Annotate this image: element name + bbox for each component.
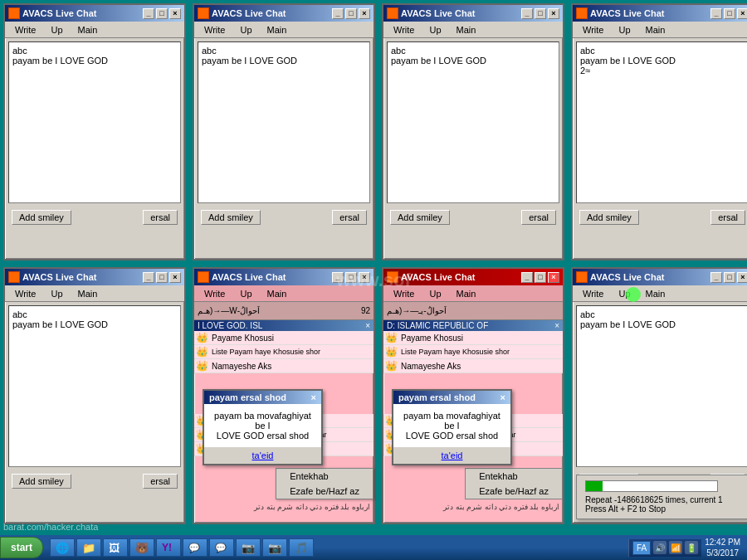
menu-up-3[interactable]: Up [426, 23, 444, 37]
taskbar-yahoo[interactable]: Y! [156, 538, 181, 557]
progress-stop-8: Press Alt + F2 to Stop [585, 504, 740, 514]
list-item-payame-6[interactable]: 👑 Payame Khosusi [194, 331, 374, 345]
list-item-liste-6[interactable]: 👑 Liste Payam haye Khosusie shor [194, 345, 374, 359]
taskbar-folder[interactable]: 📁 [76, 538, 101, 557]
restore-btn-2[interactable]: □ [345, 8, 357, 19]
popup-footer-7: ta'eid [393, 447, 510, 464]
menu-up-7[interactable]: Up [426, 287, 444, 300]
menu-up-4[interactable]: Up [615, 23, 633, 37]
taskbar: start 🌐 📁 🖼 🐻 Y! 💬 💬 📷 📷 [0, 535, 747, 560]
menu-main-1[interactable]: Main [75, 23, 101, 37]
window-title-1: AVACS Live Chat [22, 8, 96, 18]
add-smiley-5[interactable]: Add smiley [12, 474, 71, 489]
ersal-btn-2[interactable]: ersal [332, 210, 367, 225]
restore-btn-8[interactable]: □ [724, 272, 735, 283]
add-smiley-3[interactable]: Add smiley [390, 210, 450, 225]
menu-main-2[interactable]: Main [264, 23, 290, 37]
taskbar-chat1[interactable]: 💬 [183, 538, 208, 557]
close-btn-8[interactable]: × [737, 272, 747, 283]
close-btn-4[interactable]: × [737, 8, 747, 19]
add-smiley-1[interactable]: Add smiley [12, 210, 71, 225]
menu-write-7[interactable]: Write [390, 287, 417, 300]
taskbar-bear[interactable]: 🐻 [129, 538, 154, 557]
minimize-btn-2[interactable]: _ [332, 8, 344, 19]
menu-main-3[interactable]: Main [453, 23, 480, 37]
list-item-liste-7[interactable]: 👑 Liste Payam haye Khosusie shor [383, 345, 563, 359]
popup-close-7[interactable]: × [500, 392, 505, 402]
ctx-ezafe-7[interactable]: Ezafe be/Hazf az [466, 484, 562, 499]
menu-write-4[interactable]: Write [579, 23, 607, 37]
restore-btn-4[interactable]: □ [724, 8, 735, 19]
app-icon-4 [576, 7, 588, 19]
ctx-entekhab-7[interactable]: Entekhab [466, 469, 562, 484]
clock-date: 5/3/2017 [705, 548, 740, 558]
add-smiley-2[interactable]: Add smiley [201, 210, 261, 225]
lang-button[interactable]: FA [632, 541, 651, 555]
message-2: payam be I LOVE GOD [202, 56, 366, 66]
minimize-btn-5[interactable]: _ [143, 272, 154, 283]
room-close-7[interactable]: × [554, 321, 559, 330]
ctx-ezafe-6[interactable]: Ezafe be/Hazf az [276, 484, 373, 499]
minimize-btn-4[interactable]: _ [710, 8, 722, 19]
minimize-btn-6[interactable]: _ [332, 272, 344, 283]
restore-btn-1[interactable]: □ [156, 8, 168, 19]
menu-write-3[interactable]: Write [390, 23, 417, 37]
menu-write-6[interactable]: Write [201, 287, 228, 300]
ersal-btn-3[interactable]: ersal [521, 210, 556, 225]
start-button[interactable]: start [0, 537, 43, 558]
progress-label-8: Repeat -1486618625 times, current 1 [585, 495, 740, 504]
close-btn-1[interactable]: × [169, 8, 181, 19]
menu-main-6[interactable]: Main [264, 287, 290, 300]
taskbar-photo[interactable]: 🖼 [103, 538, 128, 557]
restore-btn-5[interactable]: □ [156, 272, 168, 283]
chat-window-5: AVACS Live Chat _ □ × Write Up Main abc … [3, 267, 186, 524]
ersal-btn-5[interactable]: ersal [143, 474, 178, 489]
menu-main-5[interactable]: Main [75, 287, 101, 300]
menu-main-7[interactable]: Main [453, 287, 480, 300]
chat-window-7: AVACS Live Chat _ □ × Write Up Main اَحو… [382, 267, 564, 524]
menu-write-5[interactable]: Write [12, 287, 39, 300]
menu-up-6[interactable]: Up [237, 287, 255, 300]
taskbar-insta2[interactable]: 📷 [262, 538, 287, 557]
window-title-2: AVACS Live Chat [212, 8, 286, 18]
minimize-btn-8[interactable]: _ [710, 272, 722, 283]
menu-up-5[interactable]: Up [47, 287, 66, 300]
add-smiley-4[interactable]: Add smiley [579, 210, 639, 225]
list-item-namayesh-6[interactable]: 👑 Namayeshe Aks [194, 359, 374, 373]
menu-write-1[interactable]: Write [12, 23, 39, 37]
list-item-namayesh-7[interactable]: 👑 Namayeshe Aks [383, 359, 563, 373]
popup-close-6[interactable]: × [311, 392, 316, 402]
close-btn-3[interactable]: × [548, 8, 559, 19]
menu-up-1[interactable]: Up [47, 23, 66, 37]
room-close-6[interactable]: × [365, 321, 370, 330]
menu-write-2[interactable]: Write [201, 23, 228, 37]
close-btn-2[interactable]: × [359, 8, 370, 19]
list-item-payame-7[interactable]: 👑 Payame Khosusi [383, 331, 563, 345]
menu-up-2[interactable]: Up [237, 23, 255, 37]
ersal-btn-4[interactable]: ersal [710, 210, 745, 225]
menu-main-8[interactable]: Main [642, 287, 669, 300]
minimize-btn-3[interactable]: _ [521, 8, 533, 19]
taskbar-chat2[interactable]: 💬 [209, 538, 234, 557]
taskbar-insta1[interactable]: 📷 [236, 538, 261, 557]
taskbar-ie[interactable]: 🌐 [50, 538, 75, 557]
close-btn-5[interactable]: × [169, 272, 181, 283]
restore-btn-3[interactable]: □ [535, 8, 546, 19]
minimize-btn-7[interactable]: _ [521, 272, 533, 283]
abc-label-1: abc [12, 46, 177, 56]
room-title-7: D: ISLAMIC REPUBLIC OF × [383, 320, 563, 331]
sub-popup-6: payam ersal shod × payam ba movafaghiyat… [203, 389, 323, 465]
close-btn-6[interactable]: × [359, 272, 370, 283]
menu-write-8[interactable]: Write [579, 287, 607, 300]
restore-btn-6[interactable]: □ [345, 272, 357, 283]
chat-area-4: abc payam be I LOVE GOD 2≈ [576, 41, 747, 203]
taskbar-media[interactable]: 🎵 [289, 538, 314, 557]
ctx-entekhab-6[interactable]: Entekhab [276, 469, 373, 484]
ersal-btn-1[interactable]: ersal [143, 210, 178, 225]
app-icon-3 [387, 7, 398, 19]
title-bar-7: AVACS Live Chat _ □ × [383, 269, 563, 285]
minimize-btn-1[interactable]: _ [143, 8, 154, 19]
close-btn-7[interactable]: × [548, 272, 559, 283]
menu-main-4[interactable]: Main [642, 23, 669, 37]
restore-btn-7[interactable]: □ [535, 272, 546, 283]
